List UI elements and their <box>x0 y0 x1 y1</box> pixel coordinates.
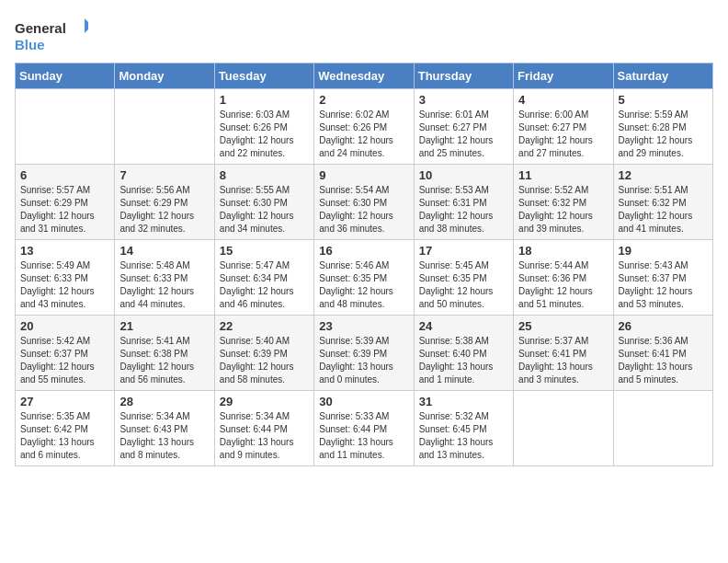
day-number: 21 <box>119 319 209 333</box>
day-header-friday: Friday <box>514 63 613 89</box>
cell-info: Sunrise: 5:38 AMSunset: 6:40 PMDaylight:… <box>419 335 508 386</box>
day-number: 17 <box>419 244 508 258</box>
calendar-cell <box>514 391 613 466</box>
day-number: 28 <box>119 395 209 408</box>
cell-info: Sunrise: 5:36 AMSunset: 6:41 PMDaylight:… <box>619 335 708 386</box>
calendar-cell: 27Sunrise: 5:35 AMSunset: 6:42 PMDayligh… <box>16 391 115 466</box>
cell-info: Sunrise: 6:00 AMSunset: 6:27 PMDaylight:… <box>518 109 608 160</box>
day-number: 11 <box>518 168 608 182</box>
cell-info: Sunrise: 5:42 AMSunset: 6:37 PMDaylight:… <box>20 335 109 386</box>
day-number: 3 <box>419 93 508 107</box>
calendar-cell: 14Sunrise: 5:48 AMSunset: 6:33 PMDayligh… <box>115 240 214 316</box>
calendar-cell: 31Sunrise: 5:32 AMSunset: 6:45 PMDayligh… <box>414 391 513 466</box>
calendar-cell: 24Sunrise: 5:38 AMSunset: 6:40 PMDayligh… <box>414 316 513 391</box>
calendar-cell: 16Sunrise: 5:46 AMSunset: 6:35 PMDayligh… <box>314 240 414 316</box>
cell-info: Sunrise: 6:01 AMSunset: 6:27 PMDaylight:… <box>419 109 508 160</box>
week-row-5: 27Sunrise: 5:35 AMSunset: 6:42 PMDayligh… <box>16 391 713 466</box>
cell-info: Sunrise: 5:47 AMSunset: 6:34 PMDaylight:… <box>220 259 309 311</box>
cell-info: Sunrise: 5:54 AMSunset: 6:30 PMDaylight:… <box>319 184 408 236</box>
cell-info: Sunrise: 5:40 AMSunset: 6:39 PMDaylight:… <box>220 335 309 386</box>
calendar-cell: 20Sunrise: 5:42 AMSunset: 6:37 PMDayligh… <box>16 316 115 391</box>
day-header-wednesday: Wednesday <box>314 63 414 89</box>
cell-info: Sunrise: 5:52 AMSunset: 6:32 PMDaylight:… <box>518 184 608 236</box>
calendar-cell: 23Sunrise: 5:39 AMSunset: 6:39 PMDayligh… <box>314 316 414 391</box>
cell-info: Sunrise: 5:53 AMSunset: 6:31 PMDaylight:… <box>419 184 508 236</box>
calendar-cell: 3Sunrise: 6:01 AMSunset: 6:27 PMDaylight… <box>414 89 513 165</box>
calendar-cell: 19Sunrise: 5:43 AMSunset: 6:37 PMDayligh… <box>613 240 712 316</box>
day-number: 19 <box>619 244 708 258</box>
cell-info: Sunrise: 5:41 AMSunset: 6:38 PMDaylight:… <box>119 335 209 386</box>
cell-info: Sunrise: 5:57 AMSunset: 6:29 PMDaylight:… <box>20 184 109 236</box>
cell-info: Sunrise: 5:32 AMSunset: 6:45 PMDaylight:… <box>419 410 508 462</box>
calendar-cell: 8Sunrise: 5:55 AMSunset: 6:30 PMDaylight… <box>214 165 313 240</box>
day-number: 29 <box>220 395 309 408</box>
calendar-cell: 29Sunrise: 5:34 AMSunset: 6:44 PMDayligh… <box>214 391 313 466</box>
cell-info: Sunrise: 5:34 AMSunset: 6:44 PMDaylight:… <box>220 410 309 462</box>
cell-info: Sunrise: 5:55 AMSunset: 6:30 PMDaylight:… <box>220 184 309 236</box>
day-number: 13 <box>20 244 109 258</box>
calendar-cell: 10Sunrise: 5:53 AMSunset: 6:31 PMDayligh… <box>414 165 513 240</box>
svg-text:Blue: Blue <box>15 37 45 52</box>
day-number: 7 <box>119 168 209 182</box>
day-number: 22 <box>220 319 309 333</box>
day-number: 27 <box>20 395 109 408</box>
cell-info: Sunrise: 5:39 AMSunset: 6:39 PMDaylight:… <box>319 335 408 386</box>
calendar-cell: 11Sunrise: 5:52 AMSunset: 6:32 PMDayligh… <box>514 165 613 240</box>
day-header-tuesday: Tuesday <box>214 63 313 89</box>
week-row-2: 6Sunrise: 5:57 AMSunset: 6:29 PMDaylight… <box>16 165 713 240</box>
day-number: 9 <box>319 168 408 182</box>
day-number: 24 <box>419 319 508 333</box>
day-number: 6 <box>20 168 109 182</box>
page-header: General Blue <box>15 15 713 55</box>
cell-info: Sunrise: 5:59 AMSunset: 6:28 PMDaylight:… <box>619 109 708 160</box>
day-number: 5 <box>619 93 708 107</box>
calendar-cell: 15Sunrise: 5:47 AMSunset: 6:34 PMDayligh… <box>214 240 313 316</box>
calendar-cell <box>613 391 712 466</box>
cell-info: Sunrise: 5:49 AMSunset: 6:33 PMDaylight:… <box>20 259 109 311</box>
cell-info: Sunrise: 5:46 AMSunset: 6:35 PMDaylight:… <box>319 259 408 311</box>
calendar-cell: 5Sunrise: 5:59 AMSunset: 6:28 PMDaylight… <box>613 89 712 165</box>
day-number: 4 <box>518 93 608 107</box>
logo-svg: General Blue <box>15 15 88 55</box>
calendar-cell: 12Sunrise: 5:51 AMSunset: 6:32 PMDayligh… <box>613 165 712 240</box>
day-number: 15 <box>220 244 309 258</box>
calendar-cell: 28Sunrise: 5:34 AMSunset: 6:43 PMDayligh… <box>115 391 214 466</box>
day-number: 23 <box>319 319 408 333</box>
calendar-cell: 7Sunrise: 5:56 AMSunset: 6:29 PMDaylight… <box>115 165 214 240</box>
week-row-4: 20Sunrise: 5:42 AMSunset: 6:37 PMDayligh… <box>16 316 713 391</box>
cell-info: Sunrise: 5:33 AMSunset: 6:44 PMDaylight:… <box>319 410 408 462</box>
day-number: 12 <box>619 168 708 182</box>
day-number: 1 <box>220 93 309 107</box>
calendar-cell: 1Sunrise: 6:03 AMSunset: 6:26 PMDaylight… <box>214 89 313 165</box>
svg-marker-2 <box>85 18 88 33</box>
day-number: 26 <box>619 319 708 333</box>
calendar-cell: 21Sunrise: 5:41 AMSunset: 6:38 PMDayligh… <box>115 316 214 391</box>
logo: General Blue <box>15 15 88 55</box>
cell-info: Sunrise: 5:35 AMSunset: 6:42 PMDaylight:… <box>20 410 109 462</box>
cell-info: Sunrise: 5:37 AMSunset: 6:41 PMDaylight:… <box>518 335 608 386</box>
calendar-cell: 22Sunrise: 5:40 AMSunset: 6:39 PMDayligh… <box>214 316 313 391</box>
calendar-table: SundayMondayTuesdayWednesdayThursdayFrid… <box>15 63 713 466</box>
cell-info: Sunrise: 5:43 AMSunset: 6:37 PMDaylight:… <box>619 259 708 311</box>
day-number: 2 <box>319 93 408 107</box>
day-number: 18 <box>518 244 608 258</box>
calendar-cell: 30Sunrise: 5:33 AMSunset: 6:44 PMDayligh… <box>314 391 414 466</box>
day-header-sunday: Sunday <box>16 63 115 89</box>
calendar-cell <box>16 89 115 165</box>
calendar-cell: 25Sunrise: 5:37 AMSunset: 6:41 PMDayligh… <box>514 316 613 391</box>
cell-info: Sunrise: 5:56 AMSunset: 6:29 PMDaylight:… <box>119 184 209 236</box>
day-number: 31 <box>419 395 508 408</box>
day-number: 10 <box>419 168 508 182</box>
week-row-3: 13Sunrise: 5:49 AMSunset: 6:33 PMDayligh… <box>16 240 713 316</box>
day-header-saturday: Saturday <box>613 63 712 89</box>
header-row: SundayMondayTuesdayWednesdayThursdayFrid… <box>16 63 713 89</box>
cell-info: Sunrise: 6:03 AMSunset: 6:26 PMDaylight:… <box>220 109 309 160</box>
calendar-cell: 6Sunrise: 5:57 AMSunset: 6:29 PMDaylight… <box>16 165 115 240</box>
calendar-cell: 26Sunrise: 5:36 AMSunset: 6:41 PMDayligh… <box>613 316 712 391</box>
day-number: 8 <box>220 168 309 182</box>
svg-text:General: General <box>15 20 66 36</box>
week-row-1: 1Sunrise: 6:03 AMSunset: 6:26 PMDaylight… <box>16 89 713 165</box>
day-header-monday: Monday <box>115 63 214 89</box>
calendar-cell <box>115 89 214 165</box>
cell-info: Sunrise: 5:51 AMSunset: 6:32 PMDaylight:… <box>619 184 708 236</box>
